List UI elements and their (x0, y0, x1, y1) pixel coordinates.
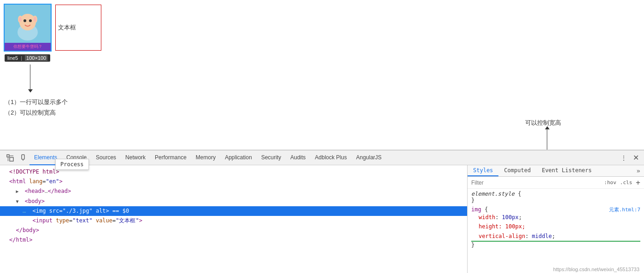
img-tooltip: line5 | 100×100 (5, 54, 50, 62)
html-close-tag: </html> (9, 237, 33, 243)
tab-elements[interactable]: Elements (29, 151, 62, 165)
svg-point-2 (19, 14, 36, 30)
annotation-left: （1）一行可以显示多个 （2）可以控制宽高 (5, 97, 68, 118)
tab-memory[interactable]: Memory (191, 151, 220, 165)
styles-content: element.style { } img { 元素.html:7 width:… (468, 189, 644, 273)
cls-button[interactable]: .cls (620, 180, 632, 186)
img-eq: > (106, 208, 109, 214)
html-tag: <html (9, 178, 26, 185)
svg-point-7 (19, 17, 22, 22)
img-height-prop[interactable]: height: 100px; (471, 222, 640, 231)
tab-network[interactable]: Network (121, 151, 150, 165)
tab-sources[interactable]: Sources (91, 151, 121, 165)
img-style-block: img { 元素.html:7 width: 100px; height: 10… (471, 206, 640, 248)
styles-more-icon[interactable]: » (633, 165, 644, 176)
body-tag: <body> (25, 198, 45, 204)
html-close: > (59, 178, 62, 185)
inspect-icon[interactable] (4, 151, 17, 164)
img-src-attr: src= (49, 208, 63, 214)
dom-panel[interactable]: <!DOCTYPE html> <html lang="en"> ▶ <head… (0, 165, 468, 273)
svg-rect-9 (7, 155, 9, 157)
dom-line-body[interactable]: ▼ <body> (0, 197, 467, 206)
input-type-attr: type (56, 217, 69, 224)
lang-attr: lang (29, 178, 42, 185)
element-style-selector: element.style { (471, 191, 640, 197)
dom-line-doctype[interactable]: <!DOCTYPE html> (0, 167, 467, 177)
element-style-open: { (518, 191, 521, 197)
svg-point-3 (23, 19, 26, 22)
element-style-block: element.style { } (471, 191, 640, 203)
input-element: 文本框 (55, 5, 101, 51)
img-source[interactable]: 元素.html:7 (609, 206, 640, 213)
svg-rect-13 (22, 155, 24, 159)
img-alt-attr: alt (96, 208, 106, 214)
tab-adblock[interactable]: Adblock Plus (310, 151, 351, 165)
body-close-tag: </body> (16, 227, 39, 233)
annotation-line1: （1）一行可以显示多个 (5, 97, 68, 107)
input-type-value: "text" (72, 217, 92, 224)
input-value-attr: value (96, 217, 112, 224)
tab-styles[interactable]: Styles (468, 165, 498, 176)
annotation-arrow (547, 129, 547, 152)
input-value-val: "文本框" (116, 217, 139, 224)
tab-application[interactable]: Application (220, 151, 257, 165)
tab-performance[interactable]: Performance (150, 151, 191, 165)
url-bar: https://blog.csdn.net/weixin_45513733 (553, 267, 639, 272)
img-inner: 你想要牛堡吗？ (5, 5, 51, 51)
styles-tabs: Styles Computed Event Listeners » (468, 165, 644, 177)
styles-filter-input[interactable] (471, 180, 600, 186)
tooltip-tag: line5 (7, 55, 18, 61)
lang-value: "en" (46, 178, 59, 185)
svg-rect-12 (10, 157, 13, 161)
dom-line-img[interactable]: … <img src="./3.jpg" alt> == $0 (0, 206, 467, 216)
input-text: 文本框 (58, 23, 76, 32)
add-style-button[interactable]: + (636, 178, 640, 187)
dom-line-input[interactable]: <input type="text" value="文本框"> (0, 216, 467, 226)
hov-button[interactable]: :hov (604, 180, 616, 186)
tab-computed[interactable]: Computed (498, 165, 536, 176)
dom-line-html[interactable]: <html lang="en"> (0, 177, 467, 186)
body-arrow[interactable]: ▼ (16, 198, 21, 205)
devtools-panel: Elements Console Sources Network Perform… (0, 150, 644, 273)
img-src-value: "./3.jpg" (63, 208, 93, 214)
dom-line-html-close[interactable]: </html> (0, 235, 467, 245)
tab-console[interactable]: Console (62, 151, 91, 165)
img-brace-open: { (485, 206, 488, 213)
img-valign-prop[interactable]: vertical-align: middle; (471, 232, 640, 242)
head-tag: <head> (25, 188, 45, 194)
tooltip-size: 100×100 (25, 55, 47, 61)
img-element: 你想要牛堡吗？ (5, 5, 51, 51)
tab-event-listeners[interactable]: Event Listeners (536, 165, 597, 176)
devtools-toolbar: Elements Console Sources Network Perform… (0, 151, 644, 165)
width-prop-name: width (479, 214, 495, 221)
page-content: 你想要牛堡吗？ 文本框 line5 | 100×100 （1）一行可以显示多个 … (0, 0, 644, 146)
svg-point-4 (29, 19, 32, 22)
main-content: 你想要牛堡吗？ 文本框 line5 | 100×100 （1）一行可以显示多个 … (0, 0, 644, 146)
devtools-content: <!DOCTYPE html> <html lang="en"> ▶ <head… (0, 165, 644, 273)
dom-line-head[interactable]: ▶ <head>…</head> (0, 186, 467, 196)
width-prop-value: 100px (502, 214, 519, 221)
mobile-icon[interactable] (17, 151, 29, 164)
tab-audits[interactable]: Audits (286, 151, 310, 165)
img-selector: img (471, 206, 481, 213)
head-close: </head> (48, 188, 71, 194)
dom-line-body-close[interactable]: </body> (0, 226, 467, 235)
more-tabs-icon[interactable]: ⋮ (617, 151, 630, 164)
img-brace-close: } (471, 242, 640, 248)
ellipsis-icon: … (23, 208, 26, 214)
close-devtools-button[interactable]: ✕ (631, 153, 640, 163)
tooltip-arrow (30, 64, 30, 90)
tab-angularjs[interactable]: AngularJS (351, 151, 386, 165)
annotation-right-text: 可以控制宽高 (525, 119, 561, 127)
element-style-close: } (471, 197, 640, 203)
styles-filter-bar: :hov .cls + (468, 177, 644, 189)
tab-security[interactable]: Security (257, 151, 286, 165)
element-style-label: element.style (471, 191, 515, 197)
img-width-prop[interactable]: width: 100px; (471, 213, 640, 222)
svg-point-8 (34, 17, 36, 22)
tab-more-area: ⋮ ✕ (617, 151, 640, 164)
valign-prop-name: vertical-align (479, 233, 525, 239)
img-caption: 你想要牛堡吗？ (5, 43, 51, 51)
input-tag: <input (33, 217, 53, 224)
head-arrow[interactable]: ▶ (16, 188, 21, 195)
